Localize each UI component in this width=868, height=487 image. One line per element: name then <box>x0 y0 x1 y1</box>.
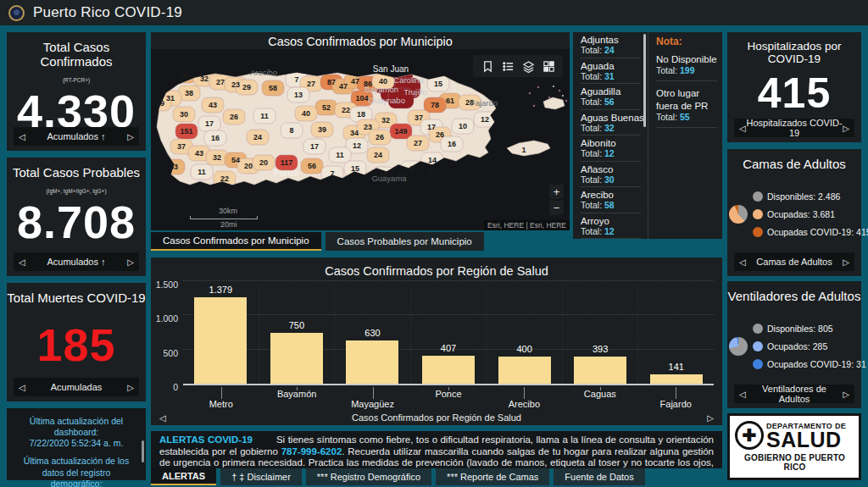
next-arrow-icon[interactable]: ▷ <box>843 390 849 399</box>
municipality-total: Total: 31 <box>581 71 641 81</box>
confirmed-subtitle: (RT-PCR+) <box>7 77 146 83</box>
svg-text:149: 149 <box>394 127 407 136</box>
ventilators-title: Ventiladores de Adultos <box>727 281 861 303</box>
legend-icon[interactable] <box>500 58 515 74</box>
scrollbar[interactable] <box>641 32 648 239</box>
legend-label: Ocupadas COVID-19: 415 <box>767 227 868 237</box>
dashboard-update-text: Última actualización del dashboard:7/22/… <box>15 416 137 449</box>
alert-tab-1[interactable]: ALERTAS <box>151 468 216 485</box>
svg-text:17: 17 <box>205 119 214 128</box>
basemap-icon[interactable] <box>541 58 556 74</box>
prev-arrow-icon[interactable]: ◁ <box>19 383 25 392</box>
next-arrow-icon[interactable]: ▷ <box>127 132 134 141</box>
zoom-out-button[interactable]: − <box>549 201 564 215</box>
scrollbar-thumb[interactable] <box>643 34 646 127</box>
svg-text:Fajardo: Fajardo <box>470 98 498 108</box>
svg-text:7: 7 <box>294 75 298 84</box>
prev-arrow-icon[interactable]: ◁ <box>19 257 25 267</box>
svg-text:32: 32 <box>200 75 209 83</box>
next-arrow-icon[interactable]: ▷ <box>707 413 714 423</box>
alert-text: ALERTAS COVID-19Si tienes síntomas como … <box>159 434 714 468</box>
svg-text:11: 11 <box>260 112 269 120</box>
list-item[interactable]: AreciboTotal: 58 <box>581 187 641 213</box>
municipality-name: Aibonito <box>581 138 641 148</box>
svg-text:23: 23 <box>231 80 240 89</box>
bar[interactable] <box>270 333 323 385</box>
svg-text:31: 31 <box>166 94 175 102</box>
deaths-footer-label: Acumuladas <box>25 382 128 392</box>
hospitalized-value: 415 <box>727 69 861 118</box>
bar[interactable] <box>346 340 398 384</box>
prev-arrow-icon[interactable]: ◁ <box>739 390 746 399</box>
x-tick-label: Arecibo <box>487 399 562 409</box>
prev-arrow-icon[interactable]: ◁ <box>739 124 746 133</box>
confirmed-cases-panel: Total Casos Confirmados (RT-PCR+) 4.330 … <box>7 32 146 151</box>
svg-text:43: 43 <box>195 149 203 158</box>
municipality-list: AdjuntasTotal: 24AguadaTotal: 31Aguadill… <box>573 32 641 239</box>
list-item[interactable]: AibonitoTotal: 12 <box>581 136 641 162</box>
prev-arrow-icon[interactable]: ◁ <box>19 132 25 141</box>
logo-line3: GOBIERNO DE PUERTO RICO <box>735 453 854 472</box>
nota-item[interactable]: No DisponibleTotal: 199 <box>656 47 717 81</box>
prev-arrow-icon[interactable]: ◁ <box>159 413 166 423</box>
next-arrow-icon[interactable]: ▷ <box>127 383 134 392</box>
next-arrow-icon[interactable]: ▷ <box>843 257 849 267</box>
svg-text:Bayamón: Bayamón <box>364 85 398 94</box>
list-item[interactable]: AñascoTotal: 30 <box>581 162 641 188</box>
adult-ventilators-panel: Ventiladores de Adultos Disponibles: 805… <box>727 281 861 408</box>
alert-phone-link[interactable]: 787-999-6202 <box>281 446 342 457</box>
deaths-panel: Total Muertes COVID-19 185 ◁ Acumuladas … <box>7 283 146 401</box>
bar[interactable] <box>574 357 626 384</box>
municipality-name: Arroyo <box>581 216 641 226</box>
alert-tab-3[interactable]: *** Registro Demográfico <box>306 468 431 485</box>
list-item[interactable]: AguadaTotal: 31 <box>581 58 641 85</box>
map-tab-2[interactable]: Casos Probables por Municipio <box>326 232 484 251</box>
legend-dot <box>753 324 763 334</box>
bar[interactable] <box>422 356 475 384</box>
svg-text:Trujillo: Trujillo <box>403 87 427 97</box>
bar[interactable] <box>498 357 551 384</box>
scrollbar[interactable] <box>142 440 144 462</box>
municipality-map[interactable]: 5632272329587278747478640153831291310461… <box>151 49 570 230</box>
prev-arrow-icon[interactable]: ◁ <box>739 257 746 267</box>
legend-dot <box>753 227 763 237</box>
municipality-name: Adjuntas <box>581 35 641 45</box>
svg-text:58: 58 <box>269 84 277 92</box>
alert-tab-2[interactable]: † ‡ Disclaimer <box>220 468 302 485</box>
svg-text:8: 8 <box>289 126 293 135</box>
next-arrow-icon[interactable]: ▷ <box>843 124 849 133</box>
nota-item[interactable]: Otro lugar fuera de PRTotal: 55 <box>656 81 717 128</box>
svg-text:27: 27 <box>307 80 315 88</box>
next-arrow-icon[interactable]: ▷ <box>127 257 134 267</box>
bar[interactable] <box>194 297 247 384</box>
scale-line <box>190 216 258 219</box>
list-item[interactable]: AguadillaTotal: 56 <box>581 84 641 110</box>
list-item[interactable]: AdjuntasTotal: 24 <box>581 32 641 58</box>
bar-column: 141 <box>637 285 714 384</box>
legend-item: Disponibles: 2.486 <box>753 191 868 202</box>
svg-text:16: 16 <box>211 134 220 142</box>
list-item[interactable]: Aguas BuenasTotal: 32 <box>581 110 641 136</box>
svg-text:30: 30 <box>180 110 188 119</box>
svg-text:47: 47 <box>339 82 348 91</box>
zoom-in-button[interactable]: + <box>549 185 564 199</box>
svg-text:24: 24 <box>253 133 262 141</box>
layers-icon[interactable] <box>520 58 536 74</box>
alert-tab-5[interactable]: Fuente de Datos <box>554 468 644 485</box>
list-item[interactable]: ArroyoTotal: 12 <box>581 213 641 240</box>
map-tab-1[interactable]: Casos Confirmados por Municipio <box>151 232 321 251</box>
x-tick-line <box>676 387 676 399</box>
beds-legend: Disponibles: 2.486Ocupadas: 3.681Ocupada… <box>753 191 868 237</box>
svg-text:22: 22 <box>342 106 350 114</box>
svg-text:24: 24 <box>374 151 382 159</box>
svg-text:26: 26 <box>436 130 444 139</box>
region-chart-panel: Casos Confirmados por Región de Salud 1.… <box>151 257 722 425</box>
bar[interactable] <box>650 374 703 384</box>
svg-text:26: 26 <box>230 113 238 121</box>
y-tick-label: 1.000 <box>151 313 178 324</box>
alert-tab-4[interactable]: *** Reporte de Camas <box>436 468 549 485</box>
legend-item: Ocupadas COVID-19: 415 <box>753 227 868 237</box>
bookmark-icon[interactable] <box>480 58 495 74</box>
municipality-name: Arecibo <box>581 190 641 200</box>
nota-total: Total: 55 <box>656 112 717 122</box>
